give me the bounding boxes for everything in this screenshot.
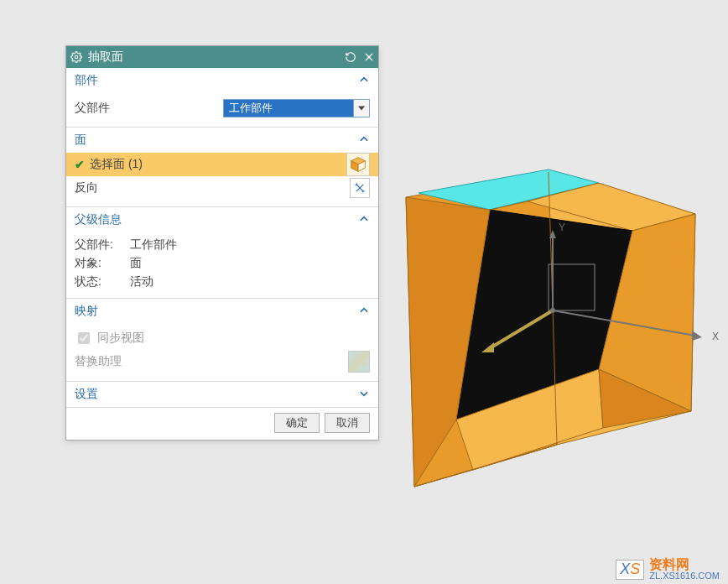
info-parent-val: 工作部件 [130, 237, 177, 253]
section-title-face: 面 [75, 133, 86, 148]
parent-component-label: 父部件 [75, 101, 110, 116]
axis-y-label: Y [559, 222, 565, 233]
info-object-key: 对象: [75, 256, 122, 271]
section-header-settings[interactable]: 设置 [66, 382, 378, 407]
section-component: 部件 父部件 工作部件 [66, 68, 378, 128]
chevron-up-icon [358, 305, 370, 319]
chevron-up-icon [358, 133, 370, 148]
svg-marker-24 [692, 331, 702, 341]
axis-x-label: X [712, 331, 719, 342]
info-object: 对象: 面 [75, 254, 370, 273]
cancel-button[interactable]: 取消 [325, 413, 370, 433]
section-title-component: 部件 [75, 73, 98, 88]
section-title-settings: 设置 [75, 387, 98, 402]
check-icon: ✔ [75, 158, 85, 171]
info-object-val: 面 [130, 256, 142, 271]
section-settings: 设置 [66, 382, 378, 408]
info-state-val: 活动 [130, 274, 153, 289]
parent-component-value: 工作部件 [223, 99, 354, 117]
watermark-logo: XS [616, 560, 644, 580]
dialog-titlebar: 抽取面 [66, 46, 378, 68]
reverse-row: 反向 [75, 176, 370, 200]
svg-point-27 [550, 308, 555, 313]
section-header-parentinfo[interactable]: 父级信息 [66, 207, 378, 232]
reset-icon[interactable] [341, 48, 360, 66]
section-parent-info: 父级信息 父部件: 工作部件 对象: 面 状态: 活动 [66, 207, 378, 299]
section-header-mapping[interactable]: 映射 [66, 299, 378, 324]
section-header-component[interactable]: 部件 [66, 68, 378, 93]
sync-view-label: 同步视图 [97, 331, 144, 346]
section-face: 面 ✔ 选择面 (1) 反向 [66, 128, 378, 207]
select-face-label: 选择面 (1) [90, 157, 346, 172]
info-state-key: 状态: [75, 274, 122, 289]
replace-assistant-row: 替换助理 [75, 349, 370, 374]
parent-component-select[interactable]: 工作部件 [223, 99, 370, 117]
gear-icon[interactable] [66, 51, 86, 63]
section-header-face[interactable]: 面 [66, 128, 378, 153]
select-face-row[interactable]: ✔ 选择面 (1) [66, 153, 378, 176]
section-title-mapping: 映射 [75, 304, 98, 319]
section-title-parentinfo: 父级信息 [75, 212, 122, 227]
dialog-title: 抽取面 [86, 50, 341, 65]
cube-icon[interactable] [346, 153, 370, 176]
reverse-direction-icon[interactable] [350, 178, 370, 198]
info-state: 状态: 活动 [75, 273, 370, 291]
parent-component-row: 父部件 工作部件 [75, 96, 370, 120]
sync-view-row[interactable]: 同步视图 [75, 327, 370, 349]
chevron-up-icon [358, 213, 370, 227]
info-parent-key: 父部件: [75, 237, 122, 253]
svg-marker-3 [358, 107, 365, 111]
section-mapping: 映射 同步视图 替换助理 [66, 299, 378, 382]
close-icon[interactable] [360, 48, 378, 66]
watermark: XS 资料网 ZL.XS1616.COM [616, 558, 720, 581]
sync-view-checkbox[interactable] [78, 332, 90, 344]
watermark-url: ZL.XS1616.COM [649, 571, 720, 581]
replace-assistant-label: 替换助理 [75, 354, 122, 369]
info-parent: 父部件: 工作部件 [75, 236, 370, 254]
watermark-brand: 资料网 [649, 558, 720, 571]
ok-button[interactable]: 确定 [274, 413, 320, 433]
svg-point-0 [75, 55, 78, 59]
extract-face-dialog: 抽取面 部件 父部件 工作部件 [65, 45, 379, 441]
chevron-up-icon [358, 74, 370, 88]
model-viewport[interactable]: X Y [381, 151, 728, 512]
dialog-actions: 确定 取消 [66, 408, 378, 440]
reverse-label: 反向 [75, 180, 98, 196]
dropdown-icon[interactable] [354, 99, 370, 117]
chevron-down-icon [358, 388, 370, 402]
replace-assistant-thumb[interactable] [348, 351, 370, 373]
